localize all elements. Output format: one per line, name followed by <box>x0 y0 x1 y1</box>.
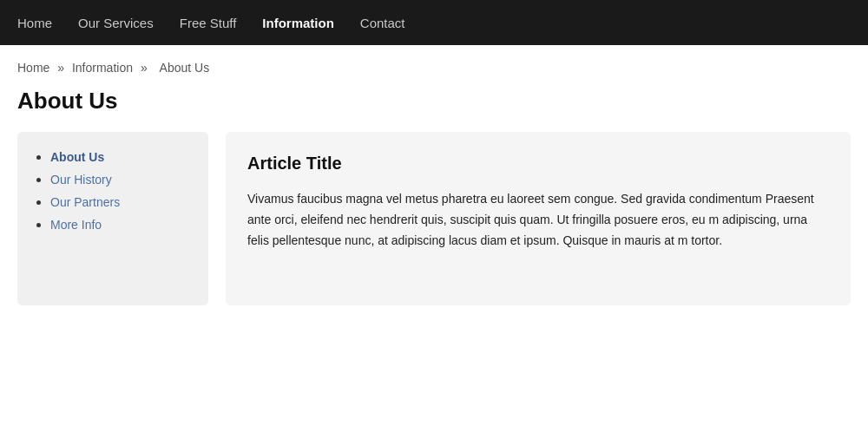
list-item: More Info <box>50 217 191 233</box>
main-nav: Home Our Services Free Stuff Information… <box>0 0 868 45</box>
article-body: Vivamus faucibus magna vel metus pharetr… <box>247 189 829 251</box>
list-item: Our History <box>50 172 191 187</box>
sidebar-item-more-info[interactable]: More Info <box>50 218 102 232</box>
breadcrumb-information[interactable]: Information <box>72 61 133 75</box>
nav-our-services[interactable]: Our Services <box>78 16 154 30</box>
nav-information[interactable]: Information <box>262 16 334 30</box>
breadcrumb-current: About Us <box>160 61 210 75</box>
page-title: About Us <box>0 83 868 132</box>
breadcrumb-separator-1: » <box>57 61 68 75</box>
sidebar-menu: About Us Our History Our Partners More I… <box>35 149 191 233</box>
article-title: Article Title <box>247 154 829 174</box>
nav-contact[interactable]: Contact <box>360 16 405 30</box>
list-item: About Us <box>50 149 191 165</box>
content-area: About Us Our History Our Partners More I… <box>0 132 868 305</box>
sidebar-item-about-us[interactable]: About Us <box>50 150 104 164</box>
sidebar: About Us Our History Our Partners More I… <box>17 132 208 305</box>
sidebar-item-our-partners[interactable]: Our Partners <box>50 195 120 209</box>
breadcrumb-separator-2: » <box>141 61 151 75</box>
article-panel: Article Title Vivamus faucibus magna vel… <box>226 132 851 305</box>
breadcrumb-home[interactable]: Home <box>17 61 49 75</box>
breadcrumb: Home » Information » About Us <box>0 45 868 83</box>
list-item: Our Partners <box>50 194 191 210</box>
sidebar-item-our-history[interactable]: Our History <box>50 173 112 187</box>
nav-free-stuff[interactable]: Free Stuff <box>180 16 237 30</box>
nav-home[interactable]: Home <box>17 16 52 30</box>
